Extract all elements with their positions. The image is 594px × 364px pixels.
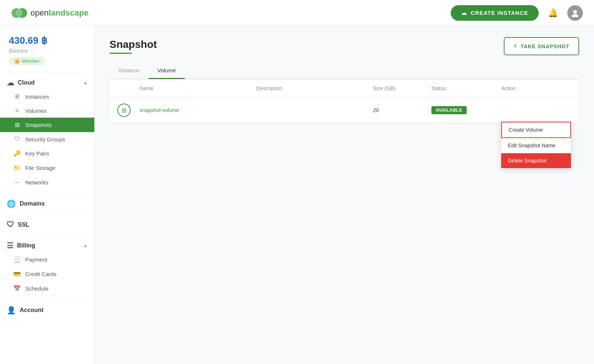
payment-icon: 🧾 <box>13 256 21 263</box>
user-avatar-button[interactable] <box>567 5 583 21</box>
instances-icon: 🖥 <box>13 93 21 100</box>
networks-icon: ↔ <box>13 179 21 186</box>
sidebar-divider-5 <box>7 300 88 301</box>
snapshot-row-icon: ⊞ <box>117 104 131 117</box>
page-title-area: Snapshot <box>110 39 157 54</box>
create-volume-item[interactable]: Create Volume <box>501 122 571 138</box>
user-icon <box>571 9 579 17</box>
tab-instance[interactable]: Instance <box>110 63 148 79</box>
logo: openlandscape <box>11 7 89 19</box>
billing-label: Billing <box>17 242 35 249</box>
create-instance-button[interactable]: ☁ CREATE INSTANCE <box>451 5 539 21</box>
schedule-label: Schedule <box>25 285 49 292</box>
status-badge: AVAILABLE <box>431 106 467 114</box>
domains-section-header[interactable]: 🌐 Domains <box>0 196 94 210</box>
sidebar-item-schedule[interactable]: 📅 Schedule <box>0 281 94 296</box>
file-storage-icon: 📁 <box>13 164 21 171</box>
cloud-section-icon: ☁ <box>7 78 14 87</box>
table-row: ⊞ snapshot-volume 20 AVAILABLE Create Vo… <box>110 98 579 123</box>
sidebar: 430.69 ฿ Balance → 👑 Member ☁ Cloud ▲ 🖥 <box>0 26 95 364</box>
sidebar-balance-section: 430.69 ฿ Balance → 👑 Member <box>0 26 94 71</box>
create-instance-label: CREATE INSTANCE <box>471 10 528 16</box>
edit-snapshot-name-item[interactable]: Edit Snapshot Name <box>501 138 571 153</box>
svg-point-2 <box>16 9 23 17</box>
delete-snapshot-item[interactable]: Delete Snapshot <box>501 153 571 168</box>
snapshots-icon: ⊞ <box>13 121 21 128</box>
security-groups-icon: 🛡 <box>13 136 21 142</box>
col-description-header: Description <box>256 85 373 91</box>
row-name-cell: snapshot-volume <box>140 107 256 113</box>
plus-icon: + <box>513 42 518 50</box>
sidebar-divider-1 <box>7 73 88 73</box>
volume-snapshot-icon: ⊞ <box>122 107 127 114</box>
domains-label: Domains <box>20 200 45 207</box>
billing-chevron-icon: ▲ <box>83 243 88 248</box>
tabs-row: Instance Volume <box>110 63 579 79</box>
col-size-header: Size (GB) <box>373 85 431 91</box>
sidebar-item-file-storage[interactable]: 📁 File Storage <box>0 161 94 175</box>
balance-arrow-icon: → <box>29 48 34 53</box>
balance-label[interactable]: Balance → <box>9 48 85 54</box>
security-groups-label: Security Groups <box>25 136 65 142</box>
networks-label: Networks <box>25 179 49 186</box>
row-size-cell: 20 <box>373 107 431 113</box>
topnav-right: ☁ CREATE INSTANCE 🔔 <box>451 5 583 21</box>
logo-icon <box>11 7 27 19</box>
file-storage-label: File Storage <box>25 165 55 171</box>
row-icon-cell: ⊞ <box>117 104 140 117</box>
sidebar-item-security-groups[interactable]: 🛡 Security Groups <box>0 132 94 146</box>
col-name-header: Name <box>140 85 256 91</box>
page-title-underline <box>110 53 132 54</box>
crown-icon: 👑 <box>14 58 20 64</box>
domains-section: 🌐 Domains <box>0 196 94 213</box>
snapshots-label: Snapshots <box>25 122 52 128</box>
sidebar-item-volumes[interactable]: ≡ Volumes <box>0 104 94 118</box>
svg-point-4 <box>572 14 578 17</box>
account-section: 👤 Account <box>0 302 94 320</box>
instances-label: Instances <box>25 94 49 100</box>
volumes-label: Volumes <box>25 108 47 114</box>
col-status-header: Status <box>431 85 502 91</box>
take-snapshot-label: TAKE SNAPSHOT <box>520 43 569 49</box>
billing-section-header[interactable]: ☰ Billing ▲ <box>0 237 94 252</box>
cloud-section-header[interactable]: ☁ Cloud ▲ <box>0 75 94 89</box>
account-icon: 👤 <box>7 306 16 315</box>
sidebar-divider-3 <box>7 215 88 215</box>
ssl-section: 🛡 SSL <box>0 217 94 234</box>
billing-icon: ☰ <box>7 241 13 250</box>
ssl-section-header[interactable]: 🛡 SSL <box>0 217 94 231</box>
sidebar-item-instances[interactable]: 🖥 Instances <box>0 89 94 104</box>
account-section-header[interactable]: 👤 Account <box>0 302 94 317</box>
domains-icon: 🌐 <box>7 199 16 208</box>
cloud-icon: ☁ <box>461 10 467 16</box>
sidebar-item-snapshots[interactable]: ⊞ Snapshots <box>0 118 94 132</box>
snapshot-table: Name Description Size (GB) Status Action… <box>110 79 579 124</box>
key-pairs-icon: 🔑 <box>13 150 21 157</box>
body-layout: 430.69 ฿ Balance → 👑 Member ☁ Cloud ▲ 🖥 <box>0 26 594 364</box>
credit-cards-icon: 💳 <box>13 270 21 278</box>
notification-bell-button[interactable]: 🔔 <box>546 6 560 20</box>
sidebar-item-networks[interactable]: ↔ Networks <box>0 175 94 189</box>
col-action-header: Action <box>501 85 571 91</box>
take-snapshot-button[interactable]: + TAKE SNAPSHOT <box>504 37 579 55</box>
ssl-icon: 🛡 <box>7 220 14 229</box>
volumes-icon: ≡ <box>13 107 21 114</box>
sidebar-item-payment[interactable]: 🧾 Payment <box>0 252 94 267</box>
key-pairs-label: Key Pairs <box>25 150 49 157</box>
sidebar-item-key-pairs[interactable]: 🔑 Key Pairs <box>0 146 94 161</box>
row-status-cell: AVAILABLE <box>431 106 502 114</box>
logo-text: openlandscape <box>30 8 89 18</box>
page-header: Snapshot + TAKE SNAPSHOT <box>110 37 579 55</box>
sidebar-divider-4 <box>7 236 88 236</box>
snapshot-name-link[interactable]: snapshot-volume <box>140 107 179 113</box>
account-label: Account <box>20 307 43 314</box>
billing-section: ☰ Billing ▲ 🧾 Payment 💳 Credit Cards 📅 S… <box>0 237 94 299</box>
member-badge: 👑 Member <box>9 57 45 65</box>
balance-amount: 430.69 ฿ <box>9 35 85 46</box>
svg-point-3 <box>573 10 577 14</box>
ssl-label: SSL <box>18 222 29 228</box>
sidebar-item-credit-cards[interactable]: 💳 Credit Cards <box>0 267 94 281</box>
table-header-row: Name Description Size (GB) Status Action <box>110 79 579 98</box>
tab-volume[interactable]: Volume <box>148 63 185 79</box>
action-dropdown-menu: Create Volume Edit Snapshot Name Delete … <box>501 121 571 168</box>
